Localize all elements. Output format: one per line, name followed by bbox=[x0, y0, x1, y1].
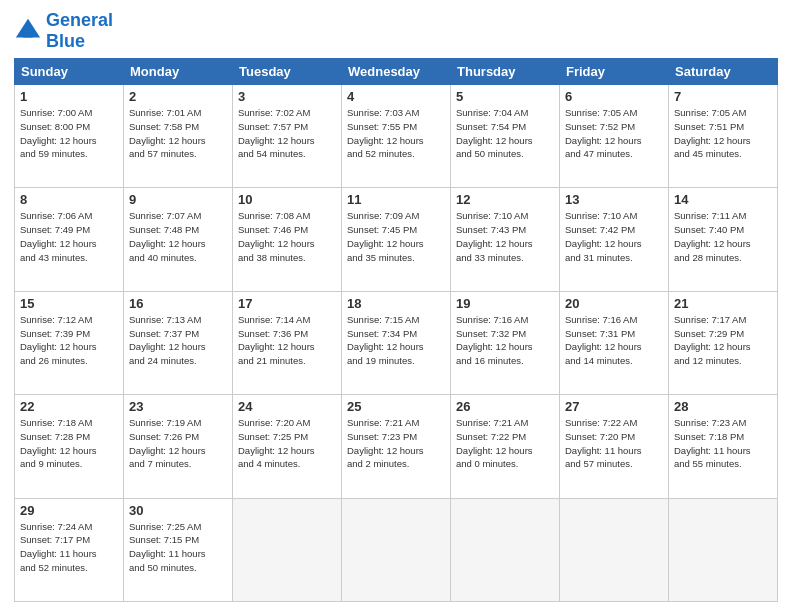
day-info: Sunrise: 7:19 AM Sunset: 7:26 PM Dayligh… bbox=[129, 416, 227, 471]
day-info: Sunrise: 7:13 AM Sunset: 7:37 PM Dayligh… bbox=[129, 313, 227, 368]
day-info: Sunrise: 7:21 AM Sunset: 7:22 PM Dayligh… bbox=[456, 416, 554, 471]
calendar-table: SundayMondayTuesdayWednesdayThursdayFrid… bbox=[14, 58, 778, 602]
calendar-cell bbox=[560, 498, 669, 601]
calendar-cell bbox=[451, 498, 560, 601]
calendar-cell: 5Sunrise: 7:04 AM Sunset: 7:54 PM Daylig… bbox=[451, 85, 560, 188]
day-number: 14 bbox=[674, 192, 772, 207]
calendar-header-row: SundayMondayTuesdayWednesdayThursdayFrid… bbox=[15, 59, 778, 85]
calendar-cell: 21Sunrise: 7:17 AM Sunset: 7:29 PM Dayli… bbox=[669, 291, 778, 394]
day-info: Sunrise: 7:23 AM Sunset: 7:18 PM Dayligh… bbox=[674, 416, 772, 471]
day-number: 16 bbox=[129, 296, 227, 311]
day-info: Sunrise: 7:10 AM Sunset: 7:42 PM Dayligh… bbox=[565, 209, 663, 264]
calendar-cell: 17Sunrise: 7:14 AM Sunset: 7:36 PM Dayli… bbox=[233, 291, 342, 394]
svg-rect-1 bbox=[23, 30, 32, 37]
calendar-cell: 12Sunrise: 7:10 AM Sunset: 7:43 PM Dayli… bbox=[451, 188, 560, 291]
calendar-cell: 23Sunrise: 7:19 AM Sunset: 7:26 PM Dayli… bbox=[124, 395, 233, 498]
header: GeneralBlue bbox=[14, 10, 778, 52]
calendar-cell: 4Sunrise: 7:03 AM Sunset: 7:55 PM Daylig… bbox=[342, 85, 451, 188]
day-number: 9 bbox=[129, 192, 227, 207]
day-number: 30 bbox=[129, 503, 227, 518]
calendar-cell: 6Sunrise: 7:05 AM Sunset: 7:52 PM Daylig… bbox=[560, 85, 669, 188]
calendar-header-cell: Thursday bbox=[451, 59, 560, 85]
logo-text: GeneralBlue bbox=[46, 10, 113, 52]
calendar-cell: 27Sunrise: 7:22 AM Sunset: 7:20 PM Dayli… bbox=[560, 395, 669, 498]
calendar-cell: 30Sunrise: 7:25 AM Sunset: 7:15 PM Dayli… bbox=[124, 498, 233, 601]
calendar-cell: 15Sunrise: 7:12 AM Sunset: 7:39 PM Dayli… bbox=[15, 291, 124, 394]
day-info: Sunrise: 7:05 AM Sunset: 7:51 PM Dayligh… bbox=[674, 106, 772, 161]
day-info: Sunrise: 7:24 AM Sunset: 7:17 PM Dayligh… bbox=[20, 520, 118, 575]
day-number: 28 bbox=[674, 399, 772, 414]
calendar-cell: 19Sunrise: 7:16 AM Sunset: 7:32 PM Dayli… bbox=[451, 291, 560, 394]
day-info: Sunrise: 7:07 AM Sunset: 7:48 PM Dayligh… bbox=[129, 209, 227, 264]
calendar-cell bbox=[342, 498, 451, 601]
day-info: Sunrise: 7:14 AM Sunset: 7:36 PM Dayligh… bbox=[238, 313, 336, 368]
calendar-cell: 28Sunrise: 7:23 AM Sunset: 7:18 PM Dayli… bbox=[669, 395, 778, 498]
calendar-header-cell: Wednesday bbox=[342, 59, 451, 85]
day-number: 12 bbox=[456, 192, 554, 207]
calendar-cell: 9Sunrise: 7:07 AM Sunset: 7:48 PM Daylig… bbox=[124, 188, 233, 291]
day-number: 13 bbox=[565, 192, 663, 207]
calendar-cell: 1Sunrise: 7:00 AM Sunset: 8:00 PM Daylig… bbox=[15, 85, 124, 188]
calendar-body: 1Sunrise: 7:00 AM Sunset: 8:00 PM Daylig… bbox=[15, 85, 778, 602]
calendar-cell: 29Sunrise: 7:24 AM Sunset: 7:17 PM Dayli… bbox=[15, 498, 124, 601]
calendar-cell: 16Sunrise: 7:13 AM Sunset: 7:37 PM Dayli… bbox=[124, 291, 233, 394]
day-number: 4 bbox=[347, 89, 445, 104]
calendar-header-cell: Friday bbox=[560, 59, 669, 85]
calendar-header-cell: Tuesday bbox=[233, 59, 342, 85]
calendar-cell: 20Sunrise: 7:16 AM Sunset: 7:31 PM Dayli… bbox=[560, 291, 669, 394]
calendar-header-cell: Saturday bbox=[669, 59, 778, 85]
day-info: Sunrise: 7:01 AM Sunset: 7:58 PM Dayligh… bbox=[129, 106, 227, 161]
day-number: 23 bbox=[129, 399, 227, 414]
day-info: Sunrise: 7:16 AM Sunset: 7:32 PM Dayligh… bbox=[456, 313, 554, 368]
day-info: Sunrise: 7:09 AM Sunset: 7:45 PM Dayligh… bbox=[347, 209, 445, 264]
calendar-cell: 22Sunrise: 7:18 AM Sunset: 7:28 PM Dayli… bbox=[15, 395, 124, 498]
day-number: 22 bbox=[20, 399, 118, 414]
day-info: Sunrise: 7:18 AM Sunset: 7:28 PM Dayligh… bbox=[20, 416, 118, 471]
day-info: Sunrise: 7:22 AM Sunset: 7:20 PM Dayligh… bbox=[565, 416, 663, 471]
day-number: 24 bbox=[238, 399, 336, 414]
calendar-cell: 2Sunrise: 7:01 AM Sunset: 7:58 PM Daylig… bbox=[124, 85, 233, 188]
page: GeneralBlue SundayMondayTuesdayWednesday… bbox=[0, 0, 792, 612]
day-number: 26 bbox=[456, 399, 554, 414]
day-number: 19 bbox=[456, 296, 554, 311]
calendar-cell: 3Sunrise: 7:02 AM Sunset: 7:57 PM Daylig… bbox=[233, 85, 342, 188]
day-info: Sunrise: 7:04 AM Sunset: 7:54 PM Dayligh… bbox=[456, 106, 554, 161]
day-number: 6 bbox=[565, 89, 663, 104]
calendar-cell bbox=[669, 498, 778, 601]
day-number: 3 bbox=[238, 89, 336, 104]
day-number: 7 bbox=[674, 89, 772, 104]
calendar-header-cell: Monday bbox=[124, 59, 233, 85]
calendar-week-row: 29Sunrise: 7:24 AM Sunset: 7:17 PM Dayli… bbox=[15, 498, 778, 601]
calendar-cell: 11Sunrise: 7:09 AM Sunset: 7:45 PM Dayli… bbox=[342, 188, 451, 291]
day-number: 5 bbox=[456, 89, 554, 104]
day-info: Sunrise: 7:03 AM Sunset: 7:55 PM Dayligh… bbox=[347, 106, 445, 161]
day-number: 10 bbox=[238, 192, 336, 207]
calendar-cell bbox=[233, 498, 342, 601]
calendar-week-row: 22Sunrise: 7:18 AM Sunset: 7:28 PM Dayli… bbox=[15, 395, 778, 498]
calendar-week-row: 8Sunrise: 7:06 AM Sunset: 7:49 PM Daylig… bbox=[15, 188, 778, 291]
day-number: 11 bbox=[347, 192, 445, 207]
day-number: 1 bbox=[20, 89, 118, 104]
calendar-cell: 24Sunrise: 7:20 AM Sunset: 7:25 PM Dayli… bbox=[233, 395, 342, 498]
day-info: Sunrise: 7:06 AM Sunset: 7:49 PM Dayligh… bbox=[20, 209, 118, 264]
day-number: 18 bbox=[347, 296, 445, 311]
calendar-cell: 26Sunrise: 7:21 AM Sunset: 7:22 PM Dayli… bbox=[451, 395, 560, 498]
calendar-cell: 18Sunrise: 7:15 AM Sunset: 7:34 PM Dayli… bbox=[342, 291, 451, 394]
day-info: Sunrise: 7:20 AM Sunset: 7:25 PM Dayligh… bbox=[238, 416, 336, 471]
day-number: 8 bbox=[20, 192, 118, 207]
logo-icon bbox=[14, 17, 42, 45]
calendar-cell: 7Sunrise: 7:05 AM Sunset: 7:51 PM Daylig… bbox=[669, 85, 778, 188]
day-info: Sunrise: 7:10 AM Sunset: 7:43 PM Dayligh… bbox=[456, 209, 554, 264]
day-info: Sunrise: 7:25 AM Sunset: 7:15 PM Dayligh… bbox=[129, 520, 227, 575]
calendar-cell: 8Sunrise: 7:06 AM Sunset: 7:49 PM Daylig… bbox=[15, 188, 124, 291]
day-info: Sunrise: 7:11 AM Sunset: 7:40 PM Dayligh… bbox=[674, 209, 772, 264]
day-number: 21 bbox=[674, 296, 772, 311]
day-info: Sunrise: 7:00 AM Sunset: 8:00 PM Dayligh… bbox=[20, 106, 118, 161]
day-number: 29 bbox=[20, 503, 118, 518]
calendar-week-row: 1Sunrise: 7:00 AM Sunset: 8:00 PM Daylig… bbox=[15, 85, 778, 188]
day-number: 20 bbox=[565, 296, 663, 311]
calendar-cell: 14Sunrise: 7:11 AM Sunset: 7:40 PM Dayli… bbox=[669, 188, 778, 291]
day-info: Sunrise: 7:02 AM Sunset: 7:57 PM Dayligh… bbox=[238, 106, 336, 161]
day-info: Sunrise: 7:08 AM Sunset: 7:46 PM Dayligh… bbox=[238, 209, 336, 264]
day-info: Sunrise: 7:15 AM Sunset: 7:34 PM Dayligh… bbox=[347, 313, 445, 368]
